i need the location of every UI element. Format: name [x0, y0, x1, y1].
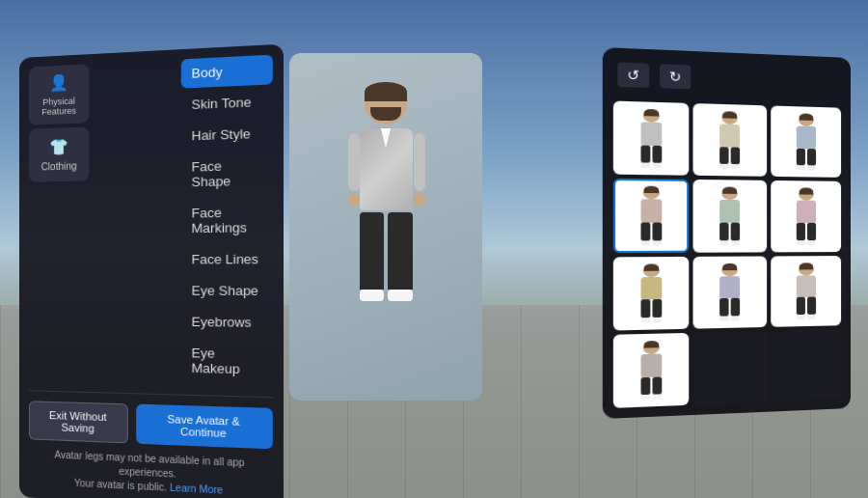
- menu-eye-shape[interactable]: Eye Shape: [181, 276, 273, 306]
- mini-avatar-8: [720, 263, 741, 321]
- style-item-9[interactable]: [771, 256, 841, 327]
- footer-buttons: Exit Without Saving Save Avatar & Contin…: [29, 401, 273, 449]
- clothing-icon: 👕: [49, 137, 68, 156]
- mini-head: [643, 109, 660, 123]
- mini-avatar-9: [797, 263, 816, 319]
- exit-button[interactable]: Exit Without Saving: [29, 401, 127, 443]
- mini-head: [722, 187, 739, 200]
- mini-avatar-4: [641, 186, 663, 245]
- style-item-3[interactable]: [771, 105, 841, 178]
- right-panel: ↺ ↻: [603, 47, 851, 419]
- sidebar-tab-clothing[interactable]: 👕 Clothing: [29, 126, 90, 181]
- left-panel: 👤 Physical Features 👕 Clothing Body Skin…: [19, 43, 284, 498]
- menu-eyebrows[interactable]: Eyebrows: [181, 307, 273, 337]
- style-item-5[interactable]: [693, 180, 767, 252]
- style-item-10[interactable]: [613, 333, 690, 408]
- sidebar-tabs: 👤 Physical Features 👕 Clothing: [29, 64, 90, 379]
- avatar-body: [360, 128, 413, 210]
- style-item-4[interactable]: [613, 179, 690, 252]
- feature-menu: Body Skin Tone Hair Style Face Shape Fac…: [181, 55, 273, 385]
- style-item-6[interactable]: [771, 180, 841, 252]
- avatar-figure: [323, 82, 448, 372]
- footer-note: Avatar legs may not be available in all …: [29, 447, 273, 498]
- undo-button[interactable]: ↺: [617, 63, 649, 88]
- menu-hair-style[interactable]: Hair Style: [181, 118, 273, 151]
- right-panel-header: ↺ ↻: [613, 58, 841, 98]
- mini-head: [799, 188, 814, 201]
- avatar-legs: [360, 212, 413, 290]
- learn-more-link[interactable]: Learn More: [170, 482, 223, 495]
- mini-head: [643, 186, 660, 200]
- menu-skin-tone[interactable]: Skin Tone: [181, 87, 273, 120]
- clothing-tab-label: Clothing: [41, 160, 77, 172]
- avatar-preview: [289, 53, 482, 401]
- style-item-2[interactable]: [693, 103, 767, 177]
- avatar-torso-group: [360, 128, 413, 210]
- sidebar-tab-physical[interactable]: 👤 Physical Features: [29, 64, 90, 124]
- mini-avatar-7: [641, 263, 663, 322]
- style-item-8[interactable]: [693, 256, 767, 329]
- avatar-shoes: [360, 290, 413, 301]
- avatar-head: [365, 82, 407, 124]
- menu-face-shape[interactable]: Face Shape: [181, 150, 273, 197]
- mini-head: [722, 111, 739, 124]
- mini-head: [799, 114, 814, 126]
- mini-avatar-10: [641, 341, 663, 401]
- style-item-1[interactable]: [613, 101, 690, 177]
- save-button[interactable]: Save Avatar & Continue: [136, 404, 273, 450]
- mini-head: [799, 263, 814, 275]
- style-item-11: [693, 331, 767, 405]
- mini-avatar-1: [641, 109, 663, 168]
- menu-face-lines[interactable]: Face Lines: [181, 244, 273, 274]
- avatar-right-shoe: [388, 290, 413, 301]
- avatar-left-leg: [360, 212, 385, 290]
- menu-eye-makeup[interactable]: Eye Makeup: [181, 338, 273, 384]
- person-icon: 👤: [49, 72, 68, 92]
- mini-avatar-3: [797, 114, 816, 171]
- menu-body[interactable]: Body: [181, 55, 273, 89]
- redo-button[interactable]: ↻: [660, 64, 691, 89]
- avatar-right-leg: [388, 212, 413, 290]
- mini-head: [722, 263, 739, 276]
- avatar-right-arm: [414, 133, 425, 207]
- avatar-beard: [370, 107, 401, 121]
- physical-tab-label: Physical Features: [41, 96, 76, 117]
- style-grid: [613, 101, 841, 409]
- style-item-12: [771, 329, 841, 401]
- mini-head: [643, 263, 660, 277]
- avatar-left-shoe: [360, 290, 385, 301]
- mini-avatar-2: [720, 111, 741, 169]
- mini-avatar-6: [797, 188, 816, 245]
- menu-face-markings[interactable]: Face Markings: [181, 197, 273, 242]
- panel-footer: Exit Without Saving Save Avatar & Contin…: [29, 390, 273, 498]
- avatar-left-arm: [348, 133, 360, 207]
- mini-head: [643, 341, 660, 354]
- avatar-hair: [365, 82, 407, 101]
- style-item-7[interactable]: [613, 257, 690, 331]
- mini-avatar-5: [720, 187, 741, 245]
